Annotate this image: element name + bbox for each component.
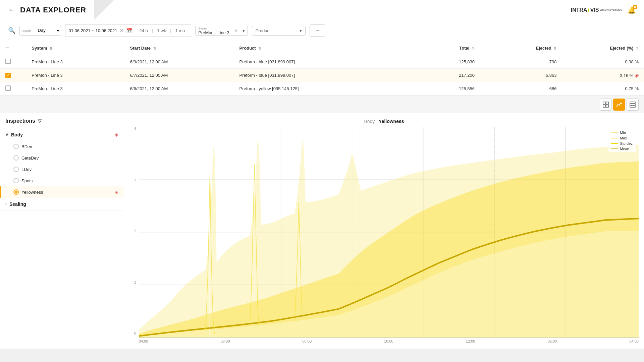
legend-item: Min xyxy=(611,131,633,135)
logo: INTRA/VIS VISION SYSTEMS xyxy=(571,6,622,13)
chart-inner: Min Max Std.dev. Mean 04:0006:0008:0010:… xyxy=(139,127,639,343)
header-right: INTRA/VIS VISION SYSTEMS 🔔 0 xyxy=(571,6,636,14)
col-header-date[interactable]: Start Date ⇅ xyxy=(125,41,234,55)
date-range-value: 01.06.2021 ~ 10.06.2021 xyxy=(69,28,117,33)
product-dropdown[interactable]: Product ▾ xyxy=(252,26,306,36)
sidebar-item[interactable]: Yellowness ◈ xyxy=(0,186,124,198)
notification-button[interactable]: 🔔 0 xyxy=(628,6,636,14)
date-range-picker[interactable]: 01.06.2021 ~ 10.06.2021 ✕ 📅 24 h | 1 wk … xyxy=(65,24,192,37)
cell-product: Preform - blue [031.899.007] xyxy=(234,55,398,69)
radio-button[interactable] xyxy=(13,178,19,183)
x-axis-label: 02:00 xyxy=(548,339,557,343)
cell-system: PreMon - Line 3 xyxy=(26,55,124,69)
chart-title: Body Yellowness xyxy=(129,119,639,124)
quick-filter-1wk[interactable]: 1 wk xyxy=(154,27,169,35)
svg-rect-0 xyxy=(603,102,605,104)
grid-view-button[interactable] xyxy=(627,99,639,111)
chart-area: Body Yellowness 43210 xyxy=(124,113,644,349)
logo-intra: INTRA xyxy=(571,7,587,13)
cell-date: 6/7/2021, 12:00 AM xyxy=(125,69,234,82)
search-icon[interactable]: 🔍 xyxy=(8,27,15,34)
sidebar-item-label: GateDev xyxy=(21,156,118,161)
header: ← DATA EXPLORER INTRA/VIS VISION SYSTEMS… xyxy=(0,0,644,20)
table-view-button[interactable] xyxy=(600,99,612,111)
svg-rect-1 xyxy=(606,102,608,104)
product-label: Product xyxy=(256,28,298,33)
col-header-system[interactable]: System ⇅ xyxy=(26,41,124,55)
quick-filter-1mo[interactable]: 1 mo xyxy=(172,27,187,35)
cell-check[interactable] xyxy=(0,82,26,96)
chart-view-button[interactable] xyxy=(613,99,625,111)
back-button[interactable]: ← xyxy=(8,6,15,14)
chart-legend: Min Max Std.dev. Mean xyxy=(608,129,636,152)
col-header-total[interactable]: Total ⇅ xyxy=(398,41,480,55)
cell-ejected: 686 xyxy=(480,82,562,96)
inspections-sidebar: Inspections ▽ ∨ Body ◈ BDev xyxy=(0,113,124,349)
y-axis: 43210 xyxy=(129,127,136,343)
go-button[interactable]: → xyxy=(310,24,325,37)
x-axis-label: 12:00 xyxy=(466,339,475,343)
table-row: PreMon - Line 3 6/6/2021, 12:00 AM Prefo… xyxy=(0,82,644,96)
sidebar-item[interactable]: GateDev xyxy=(0,152,124,164)
x-axis-label: 04:00 xyxy=(139,339,148,343)
system-dropdown-arrow[interactable]: ▾ xyxy=(240,28,248,33)
view-toggle xyxy=(0,96,644,113)
sidebar-categories: ∨ Body ◈ BDev GateDev xyxy=(0,129,124,210)
cell-product: Preform - yellow [095.145.125] xyxy=(234,82,398,96)
cell-check[interactable] xyxy=(0,55,26,69)
epoch-dropdown[interactable]: Epoch Day xyxy=(19,26,61,36)
row-checkbox[interactable] xyxy=(5,59,11,64)
legend-line xyxy=(611,132,618,133)
x-axis-label: 04:00 xyxy=(629,339,639,343)
cell-total: 217,200 xyxy=(398,69,480,82)
sidebar-item[interactable]: Spots xyxy=(0,175,124,186)
filter-icon[interactable]: ▽ xyxy=(38,118,42,124)
cell-check[interactable]: ✓ xyxy=(0,69,26,82)
col-header-ejected[interactable]: Ejected ⇅ xyxy=(480,41,562,55)
sidebar-category: ∨ Body ◈ BDev GateDev xyxy=(0,129,124,198)
logo-subtitle: VISION SYSTEMS xyxy=(599,9,622,11)
cell-system: PreMon - Line 3 xyxy=(26,69,124,82)
cell-system: PreMon - Line 3 xyxy=(26,82,124,96)
chart-view-icon xyxy=(616,102,622,108)
row-checkbox[interactable] xyxy=(5,85,11,91)
category-header[interactable]: › Sealing xyxy=(0,198,124,210)
category-header[interactable]: ∨ Body ◈ xyxy=(0,129,124,141)
radio-button[interactable] xyxy=(13,155,19,161)
product-arrow-icon[interactable]: ▾ xyxy=(300,28,302,33)
radio-button[interactable] xyxy=(13,189,19,195)
category-warning-icon: ◈ xyxy=(115,132,118,137)
page-title: DATA EXPLORER xyxy=(20,6,86,14)
legend-label: Mean xyxy=(620,147,629,151)
category-header-left: › Sealing xyxy=(5,201,26,207)
col-header-product[interactable]: Product ⇅ xyxy=(234,41,398,55)
epoch-select[interactable]: Day xyxy=(34,26,61,35)
category-name: Body xyxy=(11,132,23,137)
cell-ejected-pct: 0,75 % xyxy=(562,82,644,96)
chart-title-name: Yellowness xyxy=(379,119,404,124)
notification-badge: 0 xyxy=(633,5,637,9)
system-selector[interactable]: System PreMon - Line 3 ✕ ▾ xyxy=(195,26,248,36)
bottom-section: Inspections ▽ ∨ Body ◈ BDev xyxy=(0,113,644,349)
row-checkbox[interactable]: ✓ xyxy=(5,73,11,78)
legend-item: Mean xyxy=(611,147,633,151)
system-value: PreMon - Line 3 xyxy=(196,29,232,36)
sidebar-item-label: BDev xyxy=(21,144,118,149)
date-range-clear[interactable]: ✕ xyxy=(120,28,124,33)
table-wrapper: − System ⇅ Start Date ⇅ Product ⇅ Total … xyxy=(0,41,644,96)
select-all-button[interactable]: − xyxy=(5,45,9,51)
radio-button[interactable] xyxy=(13,144,19,149)
system-clear-button[interactable]: ✕ xyxy=(232,28,240,33)
item-warning-icon: ◈ xyxy=(115,189,118,195)
radio-button[interactable] xyxy=(13,167,19,172)
sidebar-item[interactable]: LDev xyxy=(0,164,124,175)
toolbar: 🔍 Epoch Day 01.06.2021 ~ 10.06.2021 ✕ 📅 … xyxy=(0,20,644,41)
sidebar-item[interactable]: BDev xyxy=(0,141,124,152)
quick-filter-24h[interactable]: 24 h xyxy=(137,27,150,35)
data-table-section: − System ⇅ Start Date ⇅ Product ⇅ Total … xyxy=(0,41,644,96)
data-table: − System ⇅ Start Date ⇅ Product ⇅ Total … xyxy=(0,41,644,96)
table-row: ✓ PreMon - Line 3 6/7/2021, 12:00 AM Pre… xyxy=(0,69,644,82)
legend-label: Std.dev. xyxy=(620,141,633,145)
col-header-ejected-pct[interactable]: Ejected (%) ⇅ xyxy=(562,41,644,55)
warning-icon: ◈ xyxy=(635,72,639,78)
